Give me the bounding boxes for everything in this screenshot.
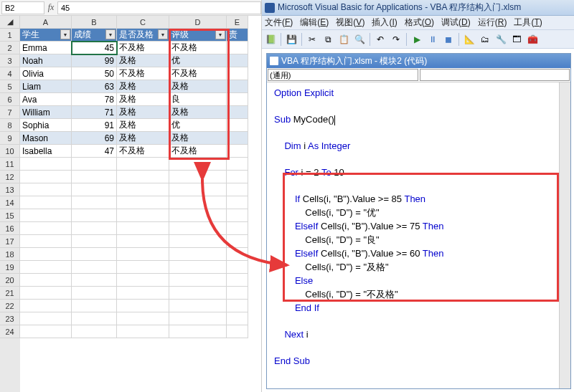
cell-D2[interactable]: 不及格 [169, 42, 227, 54]
row-header-18[interactable]: 18 [0, 248, 20, 261]
cell-A24[interactable] [20, 325, 72, 338]
table-header-A[interactable]: 学生▼ [20, 29, 72, 42]
cell-E15[interactable] [227, 209, 248, 222]
row-header-9[interactable]: 9 [0, 132, 20, 145]
cell-C22[interactable] [117, 300, 169, 312]
cell-D11[interactable] [169, 158, 227, 171]
cell-E12[interactable] [227, 171, 248, 183]
cell-B4[interactable]: 50 [72, 67, 117, 80]
cell-C14[interactable] [117, 196, 169, 209]
cell-E17[interactable] [227, 235, 248, 248]
cell-A9[interactable]: Mason [20, 132, 72, 145]
row-header-24[interactable]: 24 [0, 325, 20, 338]
cell-B14[interactable] [72, 196, 117, 209]
row-header-19[interactable]: 19 [0, 261, 20, 274]
filter-button-C[interactable]: ▼ [158, 29, 168, 39]
cells-grid[interactable]: ABCDE 学生▼成绩▼是否及格▼评级▼责Emma45不及格不及格Noah99及… [20, 16, 261, 392]
paste-button[interactable]: 📋 [337, 32, 351, 47]
view-excel-button[interactable]: 📗 [263, 32, 278, 47]
row-header-12[interactable]: 12 [0, 171, 20, 183]
table-header-C[interactable]: 是否及格▼ [117, 29, 169, 42]
menu-v[interactable]: 视图(V) [336, 16, 364, 29]
row-header-13[interactable]: 13 [0, 183, 20, 196]
cell-C24[interactable] [117, 325, 169, 338]
cell-B6[interactable]: 78 [72, 93, 117, 106]
row-header-4[interactable]: 4 [0, 67, 20, 80]
cell-B22[interactable] [72, 300, 117, 312]
cell-E13[interactable] [227, 183, 248, 196]
cell-C20[interactable] [117, 274, 169, 287]
row-header-23[interactable]: 23 [0, 312, 20, 325]
cell-B2[interactable]: 45 [72, 42, 117, 54]
cell-D23[interactable] [169, 312, 227, 325]
cell-A4[interactable]: Olivia [20, 67, 72, 80]
cell-B10[interactable]: 47 [72, 145, 117, 158]
cell-B3[interactable]: 99 [72, 54, 117, 67]
cell-C5[interactable]: 及格 [117, 80, 169, 93]
cell-D24[interactable] [169, 325, 227, 338]
cell-D4[interactable]: 不及格 [169, 67, 227, 80]
cell-C19[interactable] [117, 261, 169, 274]
cell-E19[interactable] [227, 261, 248, 274]
cell-E14[interactable] [227, 196, 248, 209]
row-header-3[interactable]: 3 [0, 54, 20, 67]
cell-E16[interactable] [227, 222, 248, 235]
cell-C3[interactable]: 及格 [117, 54, 169, 67]
menu-r[interactable]: 运行(R) [478, 16, 507, 29]
cell-E3[interactable] [227, 54, 248, 67]
cell-E22[interactable] [227, 300, 248, 312]
cell-E7[interactable] [227, 106, 248, 119]
col-header-B[interactable]: B [72, 16, 117, 29]
cell-C13[interactable] [117, 183, 169, 196]
cell-B23[interactable] [72, 312, 117, 325]
cell-C18[interactable] [117, 248, 169, 261]
cell-A6[interactable]: Ava [20, 93, 72, 106]
cell-C23[interactable] [117, 312, 169, 325]
select-all-corner[interactable]: ◢ [0, 16, 20, 29]
cell-A3[interactable]: Noah [20, 54, 72, 67]
row-header-5[interactable]: 5 [0, 80, 20, 93]
cell-A18[interactable] [20, 248, 72, 261]
reset-button[interactable]: ◼ [441, 32, 456, 47]
cell-A14[interactable] [20, 196, 72, 209]
cell-B12[interactable] [72, 171, 117, 183]
formula-bar[interactable]: 45 [57, 1, 261, 14]
row-header-2[interactable]: 2 [0, 42, 20, 54]
cell-E11[interactable] [227, 158, 248, 171]
cell-C10[interactable]: 不及格 [117, 145, 169, 158]
filter-button-A[interactable]: ▼ [60, 29, 70, 39]
cell-E18[interactable] [227, 248, 248, 261]
row-header-10[interactable]: 10 [0, 145, 20, 158]
cell-C2[interactable]: 不及格 [117, 42, 169, 54]
break-button[interactable]: ⏸ [425, 32, 440, 47]
cell-A10[interactable]: Isabella [20, 145, 72, 158]
cell-C4[interactable]: 不及格 [117, 67, 169, 80]
cell-E10[interactable] [227, 145, 248, 158]
object-browser-button[interactable]: 🗔 [509, 32, 524, 47]
cell-E21[interactable] [227, 287, 248, 300]
cell-C6[interactable]: 及格 [117, 93, 169, 106]
cell-D22[interactable] [169, 300, 227, 312]
cell-B13[interactable] [72, 183, 117, 196]
code-editor[interactable]: Option Explicit Sub MyCode() Dim i As In… [267, 82, 559, 388]
cell-A11[interactable] [20, 158, 72, 171]
cell-E8[interactable] [227, 119, 248, 132]
cell-B17[interactable] [72, 235, 117, 248]
row-header-11[interactable]: 11 [0, 158, 20, 171]
table-header-B[interactable]: 成绩▼ [72, 29, 117, 42]
col-header-A[interactable]: A [20, 16, 72, 29]
menu-i[interactable]: 插入(I) [372, 16, 397, 29]
row-header-8[interactable]: 8 [0, 119, 20, 132]
cell-A22[interactable] [20, 300, 72, 312]
row-header-14[interactable]: 14 [0, 196, 20, 209]
cut-button[interactable]: ✂ [305, 32, 319, 47]
row-header-15[interactable]: 15 [0, 209, 20, 222]
col-header-E[interactable]: E [227, 16, 248, 29]
redo-button[interactable]: ↷ [389, 32, 403, 47]
table-header-E[interactable]: 责 [227, 29, 248, 42]
cell-B19[interactable] [72, 261, 117, 274]
cell-C16[interactable] [117, 222, 169, 235]
cell-B11[interactable] [72, 158, 117, 171]
cell-C21[interactable] [117, 287, 169, 300]
cell-D19[interactable] [169, 261, 227, 274]
